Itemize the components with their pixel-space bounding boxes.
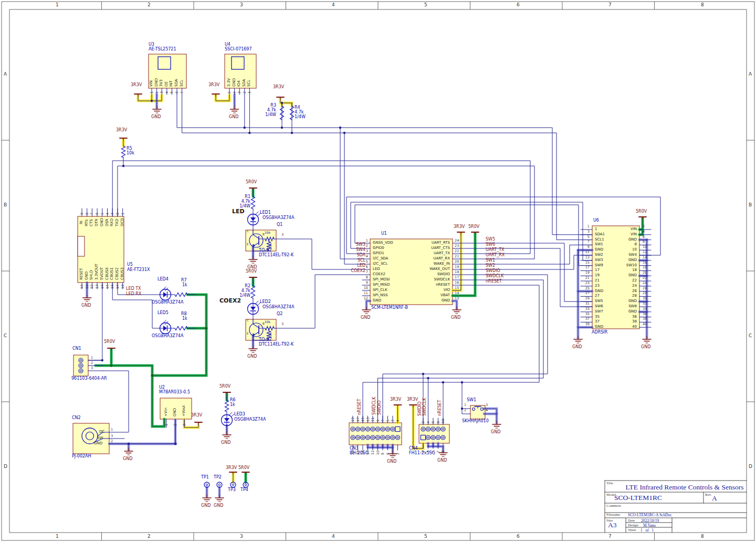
pin-number: 39 [585,322,590,326]
resistor-symbol [280,106,284,120]
pin-number: 32 [643,302,647,306]
pin-name: 26 [632,289,637,293]
refdes: LED3 [234,412,245,416]
testpoint-symbol [206,484,208,486]
net-label: SW3 [356,243,365,247]
pin-number: 5 [386,420,390,422]
power-label: 5R0V [219,384,230,389]
pin-number: 4 [486,409,488,412]
net-label: SW5 [486,237,495,242]
pin-name: SCL1 [595,238,604,242]
pin-name: SW [97,436,103,440]
pin-number: 14 [101,285,104,289]
comment-label: Comment [606,504,621,508]
pin-number: 1 [111,428,113,432]
pin-name: SW9 [595,264,603,267]
refdes: LED5 [158,311,169,315]
pin-number: 6 [386,453,390,455]
frame-column-label: 2 [148,534,151,539]
wire [112,161,530,254]
partno: OSG8HA3Z74A [234,418,266,422]
pin-name: DCD [121,218,124,226]
resistor-symbol [175,293,187,297]
net-label: SW2 [486,264,495,268]
pin-name: SHLD [90,270,93,280]
package: TO-92 [259,338,271,342]
pin-name: 35 [595,315,600,319]
pin-name: GND [100,218,104,226]
pin-name: GPIO0 [373,246,384,250]
pin-number: 2 [396,453,400,455]
pin-number: 7 [587,240,590,244]
pin-number: 8 [366,276,368,279]
pin-name: GND [442,299,450,303]
pin-name: GND [233,78,236,87]
pin-name: 37 [595,320,600,324]
pin-name: +Vout [182,405,186,416]
pin-number: 2 [155,91,159,93]
pin-name: GND [85,272,89,280]
pin-number: 36 [643,312,647,316]
frame-column-label: 4 [332,534,335,539]
power-label: 3R3V [191,413,202,418]
highlight-3r3v [216,95,229,101]
gnd-label: GND [247,355,257,359]
net-label: SW1 [486,258,495,263]
pin-number: 5 [101,213,104,215]
pin-number: 12 [90,285,94,289]
pin-number: 26 [643,287,647,290]
pin-number: 6 [366,265,368,269]
refdes: R2 [245,284,250,288]
refdes: LED1 [260,211,271,215]
refdes: TP1 [201,475,209,480]
power-label: 3R3V [454,225,465,229]
schematic-sheet: 1122334455667788AABBCCDDU3AE-TSL25721U4S… [0,0,756,542]
pin-number: 3 [391,420,395,422]
net-label: SWDIO [377,400,382,415]
testpoint-symbol [232,484,234,486]
partno: DTC114EL-T92-K [259,253,293,257]
pin-number: 1 [165,424,169,426]
frame-column-label: 2 [148,3,151,7]
value: 4.7k [242,289,250,293]
net-label: UART_TX [486,248,505,252]
pin-name: 3.3V [227,78,231,87]
pin-name: WAKE_OUT [429,267,450,271]
pin-name: GNSS_VDD [373,241,393,245]
pin-name: SCL [247,80,251,87]
frame-column-label: 7 [608,3,612,7]
value: 10k [269,243,272,249]
pin-name: GND [595,248,603,252]
pin-name: RTS [85,220,89,226]
gnd-label: GND [123,457,132,461]
gnd-label: GND [201,504,211,508]
pin-number: 10 [376,451,380,455]
partno: OSG8HA3Z74A [152,334,183,338]
pin-name: UART_CTS [431,246,450,250]
pin-name: RXD [110,218,114,226]
pin-number: 9 [442,451,445,453]
pin-number: 21 [455,255,459,258]
pin-name: SDA [243,79,246,87]
net-label: SWDCLK [372,397,376,415]
refdes: LED4 [158,277,169,282]
pin-number: 18 [356,451,360,455]
pin-name: SW2 [595,253,603,257]
terminal: B [262,233,265,236]
pin-name: SPI_MISO [373,283,390,287]
pin-name: 24 [632,284,637,288]
pin-number: 4 [165,91,169,93]
pin-name: GND [173,408,177,416]
power-label: 3R3V [208,83,219,87]
pin-number: 14 [643,256,647,259]
gnd-label: GND [229,115,238,119]
refdes: R7 [181,278,187,283]
pin-name: GND [628,258,637,262]
pin-name: GND [595,289,603,293]
refdes: R6 [230,398,236,402]
junction-dot [244,127,246,129]
partno: AE-FT231X [127,268,150,272]
frame-column-label: 1 [56,3,59,7]
partno: OSG8HA3Z74A [152,300,183,305]
pin-number: 24 [643,282,647,285]
